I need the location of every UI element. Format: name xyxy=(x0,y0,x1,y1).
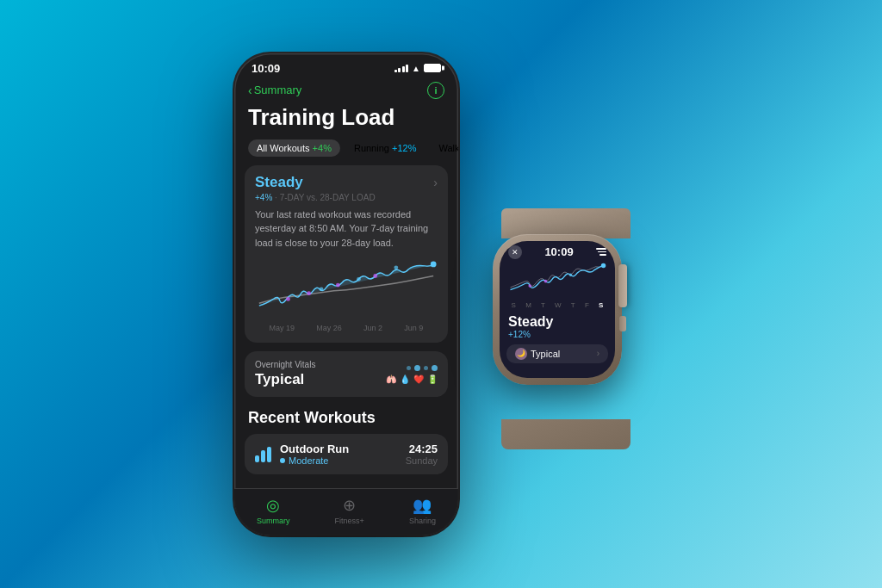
vitals-dots-row-1 xyxy=(407,365,438,371)
tab-running[interactable]: Running +12% xyxy=(345,139,425,157)
tab-all-workouts[interactable]: All Workouts +4% xyxy=(248,139,340,157)
workout-day: Sunday xyxy=(406,455,438,466)
steady-subtitle: +4% · 7-DAY vs. 28-DAY LOAD xyxy=(255,193,438,202)
watch-menu-icon[interactable] xyxy=(596,248,606,256)
close-icon: ✕ xyxy=(512,248,519,257)
steady-pct: +4% xyxy=(255,193,272,202)
svg-point-5 xyxy=(307,291,311,295)
tab-fitness-plus[interactable]: ⊕ Fitness+ xyxy=(335,496,364,525)
watch-day-s1: S xyxy=(512,301,516,309)
watch-typical-row[interactable]: 🌙 Typical › xyxy=(506,344,608,363)
sharing-icon: 👥 xyxy=(413,496,432,515)
vitals-dot xyxy=(407,366,411,370)
workout-duration: 24:25 xyxy=(406,443,438,455)
svg-point-3 xyxy=(320,287,324,291)
tab-walking[interactable]: Walki... xyxy=(430,139,458,157)
svg-point-6 xyxy=(336,283,340,288)
watch-status-bar: ✕ 10:09 xyxy=(500,241,615,261)
tab-running-change: +12% xyxy=(392,143,416,153)
svg-point-11 xyxy=(528,284,531,288)
vitals-section-label: Overnight Vitals xyxy=(255,360,315,369)
watch-day-t1: T xyxy=(541,301,545,309)
training-load-chart: May 19 May 26 Jun 2 Jun 9 xyxy=(255,257,438,334)
watch-time: 10:09 xyxy=(544,245,573,258)
chart-labels: May 19 May 26 Jun 2 Jun 9 xyxy=(255,320,438,332)
tab-summary[interactable]: ◎ Summary xyxy=(257,496,290,525)
watch-typical-icon: 🌙 xyxy=(515,348,527,360)
watch-steady-section: Steady +12% xyxy=(500,311,615,341)
watch-chart xyxy=(500,261,615,300)
tab-all-workouts-change: +4% xyxy=(313,143,332,153)
workout-icon xyxy=(255,447,271,462)
svg-point-1 xyxy=(394,265,398,269)
watch-button xyxy=(619,316,626,331)
summary-icon: ◎ xyxy=(266,496,280,515)
steady-header: Steady › xyxy=(255,174,438,191)
scene: 10:09 ▲ ‹ Summary i Trainin xyxy=(234,53,648,535)
back-label: Summary xyxy=(254,84,302,96)
vitals-dot xyxy=(424,366,428,370)
chart-label-may19: May 19 xyxy=(270,324,295,332)
vitals-value: Typical xyxy=(255,371,315,388)
watch-close-button[interactable]: ✕ xyxy=(508,245,522,259)
svg-point-0 xyxy=(431,262,437,268)
watch-typical-label: Typical xyxy=(531,349,560,359)
iphone-status-bar: 10:09 ▲ xyxy=(234,53,458,78)
svg-point-8 xyxy=(601,263,606,267)
page-title: Training Load xyxy=(234,104,458,139)
steady-description: Your last rated workout was recorded yes… xyxy=(255,207,438,251)
tab-bar: ◎ Summary ⊕ Fitness+ 👥 Sharing xyxy=(234,488,458,535)
vitals-icons: 🫁 💧 ❤️ 🔋 xyxy=(386,365,438,384)
iphone-time: 10:09 xyxy=(252,62,280,75)
svg-point-10 xyxy=(544,279,548,282)
workout-intensity: Moderate xyxy=(280,455,397,466)
chart-label-may26: May 26 xyxy=(316,324,342,332)
watch-typical-chevron-icon: › xyxy=(597,349,599,358)
watch-typical-left: 🌙 Typical xyxy=(515,348,560,360)
watch-crown xyxy=(618,264,627,307)
tab-sharing[interactable]: 👥 Sharing xyxy=(409,496,436,525)
vitals-dot xyxy=(432,365,438,371)
watch-day-t2: T xyxy=(571,301,575,309)
nav-bar: ‹ Summary i xyxy=(234,78,458,104)
steady-card[interactable]: Steady › +4% · 7-DAY vs. 28-DAY LOAD You… xyxy=(245,165,448,344)
watch-body: ✕ 10:09 xyxy=(493,234,622,385)
tab-walking-label: Walki... xyxy=(438,143,458,153)
steady-chevron-icon: › xyxy=(433,176,438,189)
watch-days-of-week: S M T W T F S xyxy=(500,300,615,311)
tab-summary-label: Summary xyxy=(257,517,290,525)
iphone-content: ‹ Summary i Training Load All Workouts +… xyxy=(234,78,458,488)
watch-day-s2-today: S xyxy=(599,301,603,309)
vitals-left: Overnight Vitals Typical xyxy=(255,360,315,388)
signal-icon xyxy=(394,64,409,72)
back-chevron-icon: ‹ xyxy=(248,84,252,97)
info-icon: i xyxy=(434,85,437,96)
tab-all-workouts-label: All Workouts xyxy=(257,143,310,153)
watch-band-bottom xyxy=(501,419,630,449)
intensity-dot-icon xyxy=(280,458,285,463)
watch-day-m: M xyxy=(525,301,531,309)
watch-day-w: W xyxy=(555,301,562,309)
tab-sharing-label: Sharing xyxy=(409,517,436,525)
vitals-card[interactable]: Overnight Vitals Typical 🫁 💧 ❤️ 🔋 xyxy=(245,351,448,397)
workout-bar-chart xyxy=(255,447,271,462)
tab-fitness-label: Fitness+ xyxy=(335,517,364,525)
watch-screen: ✕ 10:09 xyxy=(500,241,615,378)
intensity-label: Moderate xyxy=(289,455,328,466)
iphone-status-icons: ▲ xyxy=(394,64,441,73)
svg-point-2 xyxy=(357,277,361,282)
workout-card[interactable]: Outdoor Run Moderate 24:25 Sunday xyxy=(245,434,448,474)
chart-label-jun9: Jun 9 xyxy=(404,324,423,332)
workout-name: Outdoor Run xyxy=(280,443,397,455)
iphone: 10:09 ▲ ‹ Summary i Trainin xyxy=(234,53,458,535)
workout-info: Outdoor Run Moderate xyxy=(280,443,397,466)
tabs-row: All Workouts +4% Running +12% Walki... xyxy=(234,139,458,165)
fitness-plus-icon: ⊕ xyxy=(343,496,356,515)
workout-meta: 24:25 Sunday xyxy=(406,443,438,466)
vitals-dot xyxy=(414,365,420,371)
watch-day-f: F xyxy=(585,301,589,309)
recent-workouts-title: Recent Workouts xyxy=(234,405,458,434)
back-button[interactable]: ‹ Summary xyxy=(248,84,301,97)
info-button[interactable]: i xyxy=(427,82,444,99)
watch-steady-pct: +12% xyxy=(508,330,606,339)
